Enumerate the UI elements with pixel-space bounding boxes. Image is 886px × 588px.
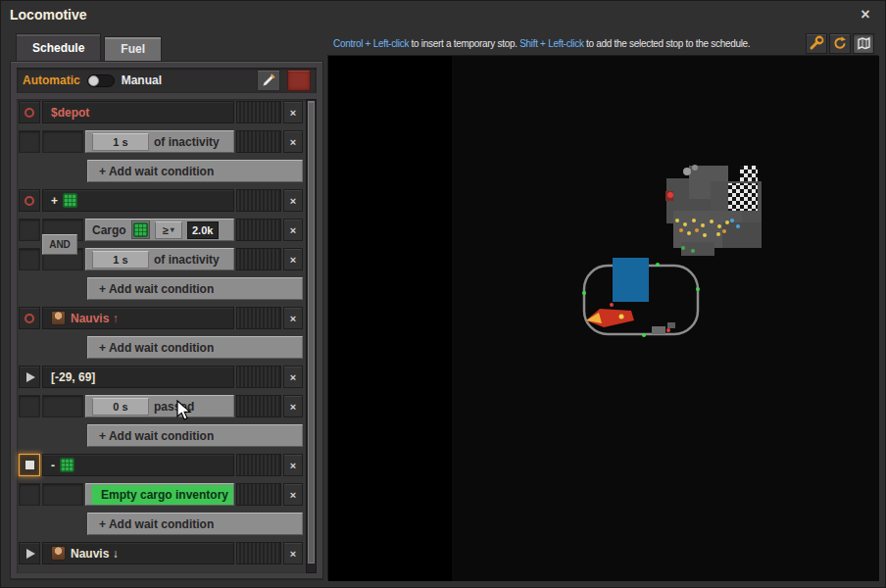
manual-label: Manual [122,74,162,87]
red-signal-dot [667,192,673,198]
cargo-item-button[interactable] [131,220,150,239]
station-group: [-29, 69] × 0 s passed [19,366,303,447]
station-mode-button[interactable] [19,101,40,123]
drag-handle[interactable] [236,189,281,212]
drag-handle[interactable] [236,130,281,153]
station-name: Nauvis ↑ [71,312,119,325]
station-name-button[interactable]: [-29, 69] [42,366,234,388]
wait-condition-button[interactable]: 1 s of inactivity [85,248,234,270]
station-row: + × [19,189,303,212]
condition-row: 1 s of inactivity × [19,130,303,153]
drag-handle[interactable] [236,454,281,476]
schedule-list: $depot × 1 s of inactivity [19,101,303,564]
add-wait-condition-button[interactable]: + Add wait condition [87,513,303,535]
delete-station-icon[interactable]: × [283,366,303,388]
wait-condition-button[interactable]: Empty cargo inventory [85,483,234,506]
tab-schedule-label: Schedule [32,41,84,55]
station-mode-button[interactable] [19,542,40,564]
station-name-button[interactable]: $depot [42,101,234,123]
drag-handle[interactable] [236,219,281,241]
wrench-icon [809,35,824,51]
wait-condition-button[interactable]: 0 s passed [85,395,234,417]
condition-time-input[interactable]: 1 s [92,133,149,151]
drag-handle[interactable] [236,101,281,123]
delete-station-icon[interactable]: × [283,454,303,476]
station-mode-button[interactable] [19,189,40,212]
add-wait-condition-button[interactable]: + Add wait condition [87,160,303,182]
station-mode-button[interactable] [19,307,40,329]
record-icon [25,314,34,323]
delete-condition-icon[interactable]: × [283,248,303,270]
close-icon[interactable]: × [855,4,876,25]
map-toggle-button[interactable] [853,33,874,54]
condition-time-input[interactable]: 1 s [92,251,149,269]
refresh-icon [832,35,848,51]
edit-schedule-button[interactable] [257,70,280,91]
comparator-value: ≥ [163,224,169,236]
condition-time-input[interactable]: 0 s [92,398,149,416]
add-wait-condition-button[interactable]: + Add wait condition [87,277,303,300]
delete-station-icon[interactable]: × [283,307,303,329]
add-wait-condition-button[interactable]: + Add wait condition [87,424,303,447]
and-combinator-button[interactable]: AND [42,234,77,255]
condition-label: Cargo [92,223,126,237]
drag-handle[interactable] [236,307,281,329]
record-icon [25,108,34,118]
cargo-condition-button[interactable]: Cargo ≥ ▾ 2.0k [85,219,234,241]
drag-handle[interactable] [236,248,281,270]
add-condition-row: + Add wait condition [19,160,303,182]
station-group: + × Cargo [19,189,303,300]
delete-condition-icon[interactable]: × [283,395,303,417]
station-name-button[interactable]: + [42,189,234,212]
add-condition-row: + Add wait condition [19,336,303,359]
drag-handle[interactable] [236,483,281,506]
station-mode-button[interactable] [19,454,40,476]
hint-add-stop: to add the selected stop to the schedule… [586,38,750,49]
map-view[interactable] [327,55,878,580]
drag-handle[interactable] [236,366,281,388]
station-mode-button[interactable] [19,366,40,388]
station-name-button[interactable]: Nauvis ↓ [42,542,234,564]
play-icon [26,372,35,382]
schedule-list-area: $depot × 1 s of inactivity [17,99,317,573]
condition-slot [19,248,40,270]
drag-handle[interactable] [236,542,281,564]
condition-amount-input[interactable]: 2.0k [187,221,219,239]
condition-text: of inactivity [154,253,220,267]
refresh-button[interactable] [829,33,851,54]
mode-toggle[interactable] [87,74,115,87]
delete-condition-icon[interactable]: × [283,483,303,506]
record-icon [25,196,34,206]
comparator-dropdown[interactable]: ≥ ▾ [155,221,182,239]
wait-condition-button[interactable]: 1 s of inactivity [85,130,234,153]
delete-condition-icon[interactable]: × [283,219,303,241]
station-name-button[interactable]: - [42,454,234,476]
delete-station-icon[interactable]: × [283,542,303,564]
station-row: Nauvis ↑ × [19,307,303,329]
station-name: [-29, 69] [51,370,95,384]
wrench-button[interactable] [806,33,827,54]
automatic-label: Automatic [23,74,80,87]
add-wait-condition-button[interactable]: + Add wait condition [87,336,303,359]
drag-handle[interactable] [236,395,281,417]
delete-station-icon[interactable]: × [283,101,303,123]
pencil-icon [262,74,275,87]
train-color-button[interactable] [287,70,311,91]
hint-insert-stop: to insert a temporary stop. [412,38,517,49]
condition-row: 0 s passed × [19,395,303,417]
scrollbar[interactable] [306,99,317,573]
titlebar[interactable]: Locomotive × [0,0,886,29]
tab-fuel-label: Fuel [121,42,145,56]
station-name: - [51,459,55,472]
tab-fuel[interactable]: Fuel [104,36,162,61]
station-name-button[interactable]: Nauvis ↑ [42,307,234,329]
delete-station-icon[interactable]: × [283,189,303,212]
condition-highlighted[interactable]: Empty cargo inventory [92,485,234,505]
tab-schedule[interactable]: Schedule [16,33,101,61]
scrollbar-thumb[interactable] [308,101,315,564]
toggle-knob[interactable] [88,75,99,86]
delete-condition-icon[interactable]: × [283,130,303,153]
condition-text: passed [154,400,194,414]
add-condition-row: + Add wait condition [19,513,303,535]
station-name: Nauvis ↓ [71,547,119,561]
